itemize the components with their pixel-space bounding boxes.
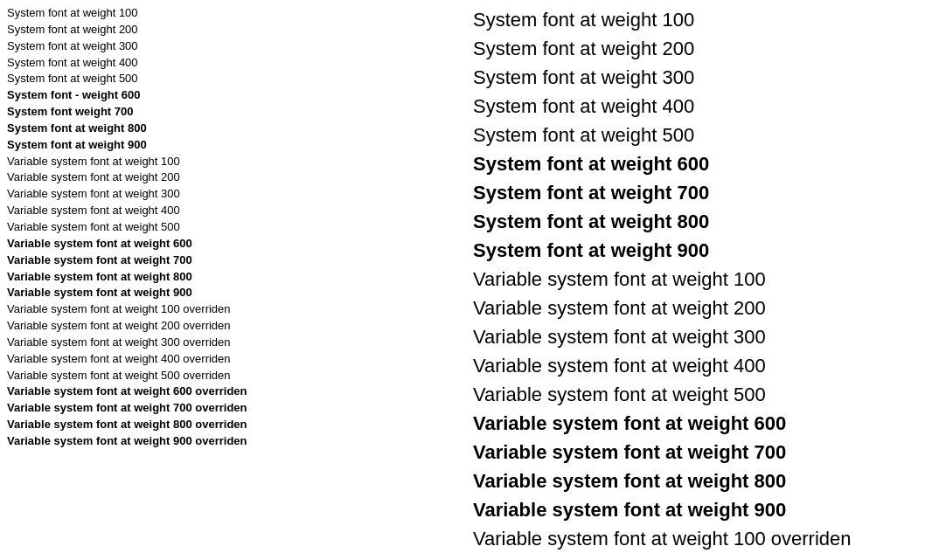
- font-weight-line: Variable system font at weight 900 overr…: [7, 433, 459, 450]
- font-weight-line-large: Variable system font at weight 100: [473, 265, 925, 294]
- font-weight-line-large: System font at weight 100: [473, 5, 925, 34]
- font-weight-line-large: System font at weight 200: [473, 34, 925, 63]
- font-weight-line: Variable system font at weight 600 overr…: [7, 384, 459, 400]
- font-weight-line: Variable system font at weight 700: [7, 252, 459, 269]
- font-weight-line: Variable system font at weight 500 overr…: [7, 368, 459, 384]
- font-weight-line: System font at weight 400: [7, 55, 459, 72]
- font-weight-line: Variable system font at weight 300: [7, 186, 459, 203]
- font-weight-line: System font at weight 800: [7, 121, 459, 137]
- font-weight-line-large: Variable system font at weight 600: [473, 409, 925, 438]
- font-weight-line: Variable system font at weight 700 overr…: [7, 400, 459, 417]
- font-weight-line-large: Variable system font at weight 400: [473, 351, 925, 380]
- font-weight-line: Variable system font at weight 800: [7, 269, 459, 286]
- font-weight-line-large: System font at weight 800: [473, 207, 925, 236]
- font-weight-line-large: System font at weight 400: [473, 92, 925, 121]
- font-weight-line: System font at weight 100: [7, 5, 459, 22]
- font-weight-line: Variable system font at weight 300 overr…: [7, 335, 459, 351]
- font-weight-line: Variable system font at weight 400 overr…: [7, 351, 459, 368]
- font-weight-line-large: Variable system font at weight 700: [473, 438, 925, 467]
- font-weight-line-large: System font at weight 700: [473, 178, 925, 207]
- font-weight-line-large: Variable system font at weight 800: [473, 467, 925, 495]
- font-weight-line: System font at weight 900: [7, 137, 459, 154]
- font-weight-line: Variable system font at weight 400: [7, 203, 459, 219]
- font-weight-line: System font - weight 600: [7, 87, 459, 104]
- font-weight-line-large: System font at weight 500: [473, 121, 925, 149]
- font-weight-line: Variable system font at weight 100: [7, 154, 459, 170]
- font-weight-line: System font at weight 300: [7, 38, 459, 55]
- font-weight-line-large: Variable system font at weight 200 overr…: [473, 553, 925, 560]
- font-weight-line: System font at weight 500: [7, 71, 459, 87]
- font-weight-line-large: Variable system font at weight 900: [473, 495, 925, 524]
- font-weight-line: Variable system font at weight 200: [7, 169, 459, 186]
- font-weight-line-large: System font at weight 300: [473, 63, 925, 92]
- font-weight-line: Variable system font at weight 100 overr…: [7, 301, 459, 318]
- font-weight-line: Variable system font at weight 200 overr…: [7, 318, 459, 335]
- font-weight-line: Variable system font at weight 800 overr…: [7, 417, 459, 433]
- left-column: System font at weight 100System font at …: [7, 5, 466, 560]
- font-weight-line-large: System font at weight 600: [473, 149, 925, 178]
- font-weight-line-large: Variable system font at weight 200: [473, 294, 925, 322]
- font-weight-line: Variable system font at weight 500: [7, 219, 459, 236]
- font-weight-line-large: Variable system font at weight 500: [473, 380, 925, 409]
- font-weight-line: Variable system font at weight 900: [7, 285, 459, 301]
- font-weight-line-large: Variable system font at weight 300: [473, 322, 925, 351]
- font-weight-line: System font at weight 200: [7, 22, 459, 38]
- font-weight-line-large: System font at weight 900: [473, 236, 925, 265]
- font-weight-line: System font weight 700: [7, 104, 459, 121]
- font-weight-line-large: Variable system font at weight 100 overr…: [473, 524, 925, 553]
- right-column: System font at weight 100System font at …: [466, 5, 925, 560]
- font-weight-line: Variable system font at weight 600: [7, 236, 459, 252]
